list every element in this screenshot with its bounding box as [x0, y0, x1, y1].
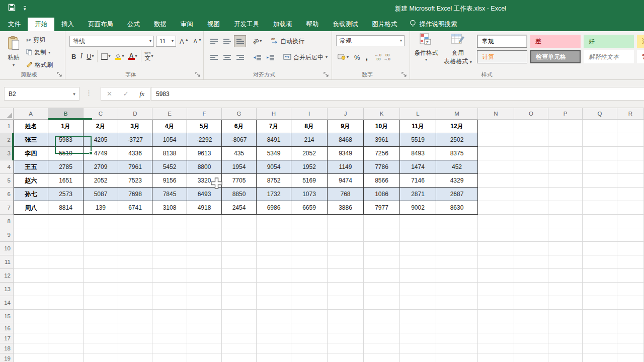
- cell-O12[interactable]: [514, 269, 548, 283]
- cell-O17[interactable]: [514, 333, 548, 343]
- cell-F1[interactable]: 5月: [187, 120, 222, 133]
- orientation-button[interactable]: ab ▾: [251, 35, 263, 47]
- cell-Q5[interactable]: [583, 174, 617, 188]
- align-right-button[interactable]: [234, 51, 246, 63]
- cell-G15[interactable]: [222, 310, 257, 323]
- cell-R17[interactable]: [617, 333, 644, 343]
- row-header-19[interactable]: 19: [0, 353, 14, 362]
- underline-dropdown-icon[interactable]: ▾: [92, 54, 94, 58]
- cell-N18[interactable]: [478, 343, 514, 353]
- cell-I15[interactable]: [291, 310, 328, 323]
- cell-D19[interactable]: [118, 353, 152, 362]
- cell-H4[interactable]: 9054: [257, 160, 291, 174]
- cell-E14[interactable]: [152, 296, 187, 310]
- cell-A14[interactable]: [14, 296, 48, 310]
- formula-bar-resize-handle[interactable]: ⋮: [86, 89, 92, 97]
- ribbon-tab[interactable]: 文件: [1, 18, 28, 31]
- cell-E7[interactable]: 3108: [152, 201, 187, 215]
- cell-A13[interactable]: [14, 283, 48, 296]
- row-header-17[interactable]: 17: [0, 333, 14, 343]
- worksheet-grid[interactable]: ABCDEFGHIJKLMNOPQR1234567891011121314151…: [0, 108, 644, 362]
- cell-Q16[interactable]: [583, 323, 617, 333]
- cell-N1[interactable]: [478, 120, 514, 133]
- enter-icon[interactable]: ✓: [123, 90, 129, 98]
- cell-B19[interactable]: [48, 353, 84, 362]
- cell-P13[interactable]: [548, 283, 583, 296]
- cell-N15[interactable]: [478, 310, 514, 323]
- cell-D10[interactable]: [118, 242, 152, 255]
- cell-C11[interactable]: [84, 255, 118, 269]
- cell-D9[interactable]: [118, 228, 152, 242]
- cell-P15[interactable]: [548, 310, 583, 323]
- cell-A12[interactable]: [14, 269, 48, 283]
- cell-F14[interactable]: [187, 296, 222, 310]
- cell-R13[interactable]: [617, 283, 644, 296]
- ribbon-tab[interactable]: 帮助: [299, 18, 326, 31]
- cell-E2[interactable]: 1054: [152, 133, 187, 147]
- column-header-G[interactable]: G: [222, 108, 257, 120]
- row-header-8[interactable]: 8: [0, 215, 14, 228]
- cell-P18[interactable]: [548, 343, 583, 353]
- cell-A1[interactable]: 姓名: [14, 120, 48, 133]
- font-name-combo[interactable]: 等线 ▾: [69, 36, 154, 47]
- cell-K8[interactable]: [364, 215, 400, 228]
- font-color-button[interactable]: A ▾: [126, 50, 139, 62]
- cell-R7[interactable]: [617, 201, 644, 215]
- cell-C12[interactable]: [84, 269, 118, 283]
- decrease-indent-button[interactable]: [251, 51, 263, 63]
- cell-D17[interactable]: [118, 333, 152, 343]
- cell-style-chip[interactable]: 适中: [637, 35, 644, 48]
- cell-M11[interactable]: [436, 255, 478, 269]
- cell-R3[interactable]: [617, 147, 644, 160]
- cell-G10[interactable]: [222, 242, 257, 255]
- cell-P10[interactable]: [548, 242, 583, 255]
- cell-C15[interactable]: [84, 310, 118, 323]
- accounting-dropdown-icon[interactable]: ▾: [347, 55, 349, 59]
- cell-N16[interactable]: [478, 323, 514, 333]
- cell-O7[interactable]: [514, 201, 548, 215]
- cell-style-chip[interactable]: 差: [530, 35, 581, 48]
- cell-L8[interactable]: [400, 215, 436, 228]
- cell-R1[interactable]: [617, 120, 644, 133]
- cell-G1[interactable]: 6月: [222, 120, 257, 133]
- column-header-E[interactable]: E: [152, 108, 187, 120]
- cell-J10[interactable]: [328, 242, 364, 255]
- cell-G19[interactable]: [222, 353, 257, 362]
- cell-C16[interactable]: [84, 323, 118, 333]
- font-color-dropdown-icon[interactable]: ▾: [135, 54, 137, 58]
- cell-E5[interactable]: 9156: [152, 174, 187, 188]
- cell-O13[interactable]: [514, 283, 548, 296]
- cell-L11[interactable]: [400, 255, 436, 269]
- cell-O8[interactable]: [514, 215, 548, 228]
- cell-E11[interactable]: [152, 255, 187, 269]
- cell-D12[interactable]: [118, 269, 152, 283]
- cell-Q19[interactable]: [583, 353, 617, 362]
- cell-K2[interactable]: 3961: [364, 133, 400, 147]
- cell-J16[interactable]: [328, 323, 364, 333]
- cell-F12[interactable]: [187, 269, 222, 283]
- cell-Q18[interactable]: [583, 343, 617, 353]
- cell-J19[interactable]: [328, 353, 364, 362]
- cell-J18[interactable]: [328, 343, 364, 353]
- merge-center-button[interactable]: 合并后居中 ▾: [283, 52, 328, 63]
- cell-A5[interactable]: 赵六: [14, 174, 48, 188]
- paste-button[interactable]: 粘贴 ▾: [4, 34, 24, 74]
- cell-Q12[interactable]: [583, 269, 617, 283]
- cell-K17[interactable]: [364, 333, 400, 343]
- cell-Q1[interactable]: [583, 120, 617, 133]
- cell-O9[interactable]: [514, 228, 548, 242]
- cell-L4[interactable]: 1474: [400, 160, 436, 174]
- cell-Q15[interactable]: [583, 310, 617, 323]
- cell-B15[interactable]: [48, 310, 84, 323]
- cell-F4[interactable]: 8800: [187, 160, 222, 174]
- cut-button[interactable]: ✂ 剪切: [26, 35, 53, 45]
- column-header-F[interactable]: F: [187, 108, 222, 120]
- ribbon-tab[interactable]: 视图: [200, 18, 227, 31]
- cell-F18[interactable]: [187, 343, 222, 353]
- cell-Q13[interactable]: [583, 283, 617, 296]
- cell-P2[interactable]: [548, 133, 583, 147]
- cell-P11[interactable]: [548, 255, 583, 269]
- cell-H8[interactable]: [257, 215, 291, 228]
- cell-R2[interactable]: [617, 133, 644, 147]
- cell-L19[interactable]: [400, 353, 436, 362]
